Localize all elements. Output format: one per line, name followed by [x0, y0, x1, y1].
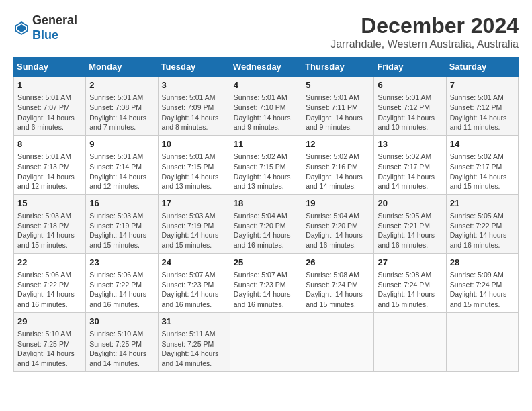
logo-icon [13, 20, 30, 36]
day-number: 8 [17, 138, 82, 150]
day-detail: Sunrise: 5:01 AMSunset: 7:15 PMDaylight:… [162, 152, 226, 191]
calendar-cell: 3Sunrise: 5:01 AMSunset: 7:09 PMDaylight… [158, 77, 230, 136]
day-number: 20 [378, 197, 442, 210]
day-detail: Sunrise: 5:01 AMSunset: 7:10 PMDaylight:… [234, 93, 298, 132]
day-detail: Sunrise: 5:11 AMSunset: 7:25 PMDaylight:… [162, 329, 226, 369]
day-detail: Sunrise: 5:01 AMSunset: 7:14 PMDaylight:… [89, 152, 154, 191]
calendar-cell: 14Sunrise: 5:02 AMSunset: 7:17 PMDayligh… [446, 135, 518, 194]
calendar-cell: 5Sunrise: 5:01 AMSunset: 7:11 PMDaylight… [302, 77, 374, 136]
day-detail: Sunrise: 5:09 AMSunset: 7:24 PMDaylight:… [450, 270, 515, 310]
day-number: 31 [162, 316, 226, 328]
calendar-cell: 27Sunrise: 5:08 AMSunset: 7:24 PMDayligh… [374, 253, 446, 312]
calendar-cell [446, 312, 518, 371]
day-detail: Sunrise: 5:05 AMSunset: 7:22 PMDaylight:… [450, 211, 515, 250]
calendar-week-1: 1Sunrise: 5:01 AMSunset: 7:07 PMDaylight… [14, 77, 519, 136]
day-number: 2 [89, 79, 154, 91]
calendar-cell: 2Sunrise: 5:01 AMSunset: 7:08 PMDaylight… [86, 77, 158, 136]
day-number: 28 [450, 257, 515, 269]
day-number: 27 [378, 257, 442, 269]
calendar-cell: 10Sunrise: 5:01 AMSunset: 7:15 PMDayligh… [158, 135, 230, 194]
calendar-week-4: 22Sunrise: 5:06 AMSunset: 7:22 PMDayligh… [14, 253, 519, 312]
day-detail: Sunrise: 5:01 AMSunset: 7:11 PMDaylight:… [306, 93, 370, 132]
calendar-cell: 13Sunrise: 5:02 AMSunset: 7:17 PMDayligh… [374, 135, 446, 194]
calendar-cell: 26Sunrise: 5:08 AMSunset: 7:24 PMDayligh… [302, 253, 374, 312]
calendar-cell: 19Sunrise: 5:04 AMSunset: 7:20 PMDayligh… [302, 194, 374, 253]
day-detail: Sunrise: 5:03 AMSunset: 7:19 PMDaylight:… [89, 211, 154, 250]
day-number: 13 [378, 138, 442, 150]
day-number: 25 [234, 257, 298, 269]
calendar-week-3: 15Sunrise: 5:03 AMSunset: 7:18 PMDayligh… [14, 194, 519, 253]
day-detail: Sunrise: 5:01 AMSunset: 7:12 PMDaylight:… [378, 93, 442, 132]
day-detail: Sunrise: 5:08 AMSunset: 7:24 PMDaylight:… [378, 270, 442, 310]
day-number: 12 [306, 138, 370, 150]
calendar-body: 1Sunrise: 5:01 AMSunset: 7:07 PMDaylight… [14, 77, 519, 372]
calendar-header: SundayMondayTuesdayWednesdayThursdayFrid… [14, 58, 519, 77]
day-detail: Sunrise: 5:01 AMSunset: 7:13 PMDaylight:… [17, 152, 82, 191]
logo-text: General Blue [32, 13, 77, 42]
calendar-cell: 29Sunrise: 5:10 AMSunset: 7:25 PMDayligh… [14, 312, 86, 371]
day-number: 9 [89, 138, 154, 150]
calendar-cell: 15Sunrise: 5:03 AMSunset: 7:18 PMDayligh… [14, 194, 86, 253]
day-detail: Sunrise: 5:06 AMSunset: 7:22 PMDaylight:… [89, 270, 154, 310]
calendar-cell: 18Sunrise: 5:04 AMSunset: 7:20 PMDayligh… [230, 194, 302, 253]
day-detail: Sunrise: 5:04 AMSunset: 7:20 PMDaylight:… [306, 211, 370, 250]
day-number: 23 [89, 257, 154, 269]
day-number: 18 [234, 197, 298, 210]
day-number: 17 [162, 197, 226, 210]
calendar-cell: 22Sunrise: 5:06 AMSunset: 7:22 PMDayligh… [14, 253, 86, 312]
day-number: 14 [450, 138, 515, 150]
day-detail: Sunrise: 5:03 AMSunset: 7:18 PMDaylight:… [17, 211, 82, 250]
logo-general: General [32, 13, 77, 27]
header-day-tuesday: Tuesday [158, 58, 230, 77]
calendar-cell: 12Sunrise: 5:02 AMSunset: 7:16 PMDayligh… [302, 135, 374, 194]
calendar-cell: 4Sunrise: 5:01 AMSunset: 7:10 PMDaylight… [230, 77, 302, 136]
day-detail: Sunrise: 5:08 AMSunset: 7:24 PMDaylight:… [306, 270, 370, 310]
day-number: 19 [306, 197, 370, 210]
day-number: 22 [17, 257, 82, 269]
day-detail: Sunrise: 5:01 AMSunset: 7:08 PMDaylight:… [89, 93, 154, 132]
day-detail: Sunrise: 5:01 AMSunset: 7:07 PMDaylight:… [17, 93, 82, 132]
calendar-cell [302, 312, 374, 371]
page-header: General Blue December 2024 Jarrahdale, W… [13, 13, 519, 50]
day-detail: Sunrise: 5:05 AMSunset: 7:21 PMDaylight:… [378, 211, 442, 250]
day-number: 4 [234, 79, 298, 91]
calendar-cell [374, 312, 446, 371]
day-number: 16 [89, 197, 154, 210]
day-detail: Sunrise: 5:01 AMSunset: 7:09 PMDaylight:… [162, 93, 226, 132]
day-number: 26 [306, 257, 370, 269]
calendar-cell: 21Sunrise: 5:05 AMSunset: 7:22 PMDayligh… [446, 194, 518, 253]
calendar-week-2: 8Sunrise: 5:01 AMSunset: 7:13 PMDaylight… [14, 135, 519, 194]
calendar-week-5: 29Sunrise: 5:10 AMSunset: 7:25 PMDayligh… [14, 312, 519, 371]
day-number: 21 [450, 197, 515, 210]
day-detail: Sunrise: 5:02 AMSunset: 7:17 PMDaylight:… [450, 152, 515, 191]
calendar-cell [230, 312, 302, 371]
calendar-cell: 28Sunrise: 5:09 AMSunset: 7:24 PMDayligh… [446, 253, 518, 312]
header-day-monday: Monday [86, 58, 158, 77]
day-detail: Sunrise: 5:10 AMSunset: 7:25 PMDaylight:… [17, 329, 82, 369]
calendar-cell: 17Sunrise: 5:03 AMSunset: 7:19 PMDayligh… [158, 194, 230, 253]
title-section: December 2024 Jarrahdale, Western Austra… [330, 13, 519, 50]
day-detail: Sunrise: 5:07 AMSunset: 7:23 PMDaylight:… [162, 270, 226, 310]
header-day-saturday: Saturday [446, 58, 518, 77]
day-detail: Sunrise: 5:04 AMSunset: 7:20 PMDaylight:… [234, 211, 298, 250]
calendar-table: SundayMondayTuesdayWednesdayThursdayFrid… [13, 57, 519, 372]
day-number: 3 [162, 79, 226, 91]
day-detail: Sunrise: 5:02 AMSunset: 7:17 PMDaylight:… [378, 152, 442, 191]
header-day-sunday: Sunday [14, 58, 86, 77]
calendar-cell: 16Sunrise: 5:03 AMSunset: 7:19 PMDayligh… [86, 194, 158, 253]
header-row: SundayMondayTuesdayWednesdayThursdayFrid… [14, 58, 519, 77]
logo: General Blue [13, 13, 77, 42]
calendar-cell: 31Sunrise: 5:11 AMSunset: 7:25 PMDayligh… [158, 312, 230, 371]
header-day-wednesday: Wednesday [230, 58, 302, 77]
calendar-cell: 30Sunrise: 5:10 AMSunset: 7:25 PMDayligh… [86, 312, 158, 371]
calendar-cell: 20Sunrise: 5:05 AMSunset: 7:21 PMDayligh… [374, 194, 446, 253]
day-detail: Sunrise: 5:07 AMSunset: 7:23 PMDaylight:… [234, 270, 298, 310]
day-number: 11 [234, 138, 298, 150]
day-number: 10 [162, 138, 226, 150]
calendar-cell: 7Sunrise: 5:01 AMSunset: 7:12 PMDaylight… [446, 77, 518, 136]
calendar-cell: 8Sunrise: 5:01 AMSunset: 7:13 PMDaylight… [14, 135, 86, 194]
day-number: 7 [450, 79, 515, 91]
day-number: 15 [17, 197, 82, 210]
calendar-cell: 1Sunrise: 5:01 AMSunset: 7:07 PMDaylight… [14, 77, 86, 136]
day-detail: Sunrise: 5:01 AMSunset: 7:12 PMDaylight:… [450, 93, 515, 132]
